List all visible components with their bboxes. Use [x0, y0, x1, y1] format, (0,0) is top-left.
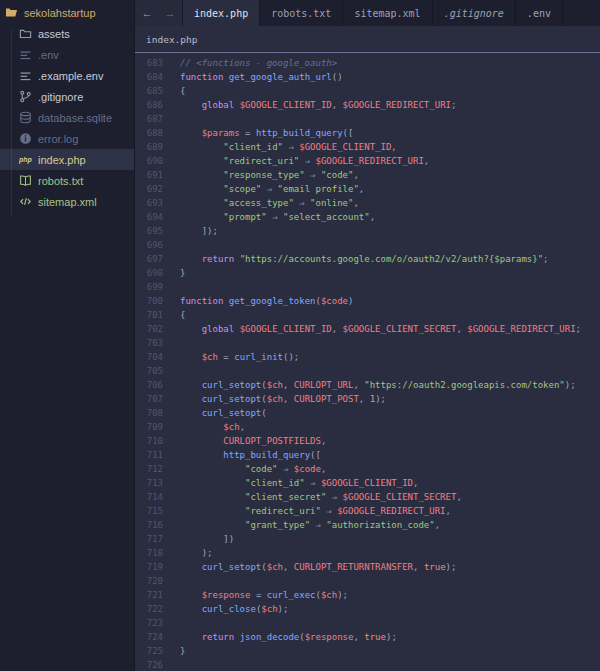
back-arrow-icon[interactable]: ← [142, 7, 153, 19]
line-number: 707 [135, 392, 163, 406]
code-line-705[interactable]: 705 [135, 364, 600, 378]
editor-pane: ← → index.phprobots.txtsitemap.xml.gitig… [135, 0, 600, 671]
code-line-702[interactable]: 702 global $GOOGLE_CLIENT_ID, $GOOGLE_CL… [135, 322, 600, 336]
line-number: 685 [135, 84, 163, 98]
code-line-684[interactable]: 684function get_google_auth_url() [135, 70, 600, 84]
code-line-692[interactable]: 692 "scope" ⇒ "email profile", [135, 182, 600, 196]
folder-open-icon [5, 6, 18, 19]
code-line-711[interactable]: 711 http_build_query([ [135, 448, 600, 462]
line-number: 715 [135, 504, 163, 518]
code-text: "client_secret" ⇒ $GOOGLE_CLIENT_SECRET, [163, 490, 462, 504]
line-number: 696 [135, 238, 163, 252]
code-line-721[interactable]: 721 $response = curl_exec($ch); [135, 588, 600, 602]
code-text: curl_setopt($ch, CURLOPT_POST, 1); [163, 392, 386, 406]
line-number: 717 [135, 532, 163, 546]
line-number: 708 [135, 406, 163, 420]
project-panel: sekolahstartup assets.env.example.env.gi… [0, 0, 135, 671]
code-line-724[interactable]: 724 return json_decode($response, true); [135, 630, 600, 644]
code-line-713[interactable]: 713 "client_id" ⇒ $GOOGLE_CLIENT_ID, [135, 476, 600, 490]
line-number: 706 [135, 378, 163, 392]
sidebar-item-gitignore[interactable]: .gitignore [0, 86, 134, 107]
code-text: "client_id" ⇒ $GOOGLE_CLIENT_ID, [163, 140, 397, 154]
code-line-695[interactable]: 695 ]); [135, 224, 600, 238]
code-text: ]) [163, 532, 234, 546]
tab-robots-txt[interactable]: robots.txt [260, 0, 343, 26]
breadcrumb[interactable]: index.php [135, 26, 600, 53]
line-number: 690 [135, 154, 163, 168]
code-text: return json_decode($response, true); [163, 630, 397, 644]
code-line-722[interactable]: 722 curl_close($ch); [135, 602, 600, 616]
code-line-700[interactable]: 700function get_google_token($code) [135, 294, 600, 308]
sidebar-item-sitemap-xml[interactable]: sitemap.xml [0, 191, 134, 212]
code-line-703[interactable]: 703 [135, 336, 600, 350]
code-line-693[interactable]: 693 "access_type" ⇒ "online", [135, 196, 600, 210]
code-line-697[interactable]: 697 return "https://accounts.google.com/… [135, 252, 600, 266]
code-text [163, 364, 180, 378]
code-line-708[interactable]: 708 curl_setopt( [135, 406, 600, 420]
line-number: 711 [135, 448, 163, 462]
code-line-701[interactable]: 701{ [135, 308, 600, 322]
root-folder-label: sekolahstartup [24, 7, 96, 19]
tab-sitemap-xml[interactable]: sitemap.xml [343, 0, 432, 26]
line-number: 709 [135, 420, 163, 434]
file-label: error.log [38, 133, 78, 145]
code-text: http_build_query([ [163, 448, 321, 462]
code-line-683[interactable]: 683// <functions - google_oauth> [135, 56, 600, 70]
code-line-712[interactable]: 712 "code" ⇒ $code, [135, 462, 600, 476]
code-line-716[interactable]: 716 "grant_type" ⇒ "authorization_code", [135, 518, 600, 532]
code-line-690[interactable]: 690 "redirect_uri" ⇒ $GOOGLE_REDIRECT_UR… [135, 154, 600, 168]
code-line-698[interactable]: 698} [135, 266, 600, 280]
sidebar-item-root-folder[interactable]: sekolahstartup [0, 2, 134, 23]
code-line-707[interactable]: 707 curl_setopt($ch, CURLOPT_POST, 1); [135, 392, 600, 406]
code-line-686[interactable]: 686 global $GOOGLE_CLIENT_ID, $GOOGLE_RE… [135, 98, 600, 112]
code-line-717[interactable]: 717 ]) [135, 532, 600, 546]
code-line-709[interactable]: 709 $ch, [135, 420, 600, 434]
sidebar-item-example-env[interactable]: .example.env [0, 65, 134, 86]
code-line-725[interactable]: 725} [135, 644, 600, 658]
code-line-699[interactable]: 699 [135, 280, 600, 294]
sidebar-item-database-sqlite[interactable]: database.sqlite [0, 107, 134, 128]
file-label: robots.txt [38, 175, 83, 187]
code-text: curl_setopt($ch, CURLOPT_RETURNTRANSFER,… [163, 560, 456, 574]
code-text: ]); [163, 224, 218, 238]
line-number: 694 [135, 210, 163, 224]
forward-arrow-icon[interactable]: → [165, 7, 176, 19]
line-number: 699 [135, 280, 163, 294]
line-number: 684 [135, 70, 163, 84]
sidebar-item-assets[interactable]: assets [0, 23, 134, 44]
sidebar-item-robots-txt[interactable]: robots.txt [0, 170, 134, 191]
code-line-719[interactable]: 719 curl_setopt($ch, CURLOPT_RETURNTRANS… [135, 560, 600, 574]
sidebar-item-index-php[interactable]: phpindex.php [0, 149, 134, 170]
code-text: global $GOOGLE_CLIENT_ID, $GOOGLE_CLIENT… [163, 322, 581, 336]
file-label: .env [38, 49, 59, 61]
code-line-723[interactable]: 723 [135, 616, 600, 630]
code-line-685[interactable]: 685{ [135, 84, 600, 98]
code-text [163, 336, 180, 350]
code-line-718[interactable]: 718 ); [135, 546, 600, 560]
sidebar-item-error-log[interactable]: error.log [0, 128, 134, 149]
tab-gitignore[interactable]: .gitignore [433, 0, 516, 26]
code-line-687[interactable]: 687 [135, 112, 600, 126]
code-line-694[interactable]: 694 "prompt" ⇒ "select_account", [135, 210, 600, 224]
code-text: return "https://accounts.google.com/o/oa… [163, 252, 548, 266]
code-editor[interactable]: 683// <functions - google_oauth>684funct… [135, 53, 600, 671]
code-line-696[interactable]: 696 [135, 238, 600, 252]
code-line-689[interactable]: 689 "client_id" ⇒ $GOOGLE_CLIENT_ID, [135, 140, 600, 154]
line-number: 714 [135, 490, 163, 504]
code-line-720[interactable]: 720 [135, 574, 600, 588]
line-number: 704 [135, 350, 163, 364]
tab-env[interactable]: .env [516, 0, 563, 26]
code-line-714[interactable]: 714 "client_secret" ⇒ $GOOGLE_CLIENT_SEC… [135, 490, 600, 504]
code-line-726[interactable]: 726 [135, 658, 600, 671]
folder-icon [19, 27, 32, 40]
code-line-688[interactable]: 688 $params = http_build_query([ [135, 126, 600, 140]
code-text [163, 238, 180, 252]
code-line-691[interactable]: 691 "response_type" ⇒ "code", [135, 168, 600, 182]
line-number: 702 [135, 322, 163, 336]
code-line-704[interactable]: 704 $ch = curl_init(); [135, 350, 600, 364]
sidebar-item-env[interactable]: .env [0, 44, 134, 65]
code-line-706[interactable]: 706 curl_setopt($ch, CURLOPT_URL, "https… [135, 378, 600, 392]
tab-index-php[interactable]: index.php [183, 0, 260, 26]
code-line-710[interactable]: 710 CURLOPT_POSTFIELDS, [135, 434, 600, 448]
code-line-715[interactable]: 715 "redirect_uri" ⇒ $GOOGLE_REDIRECT_UR… [135, 504, 600, 518]
